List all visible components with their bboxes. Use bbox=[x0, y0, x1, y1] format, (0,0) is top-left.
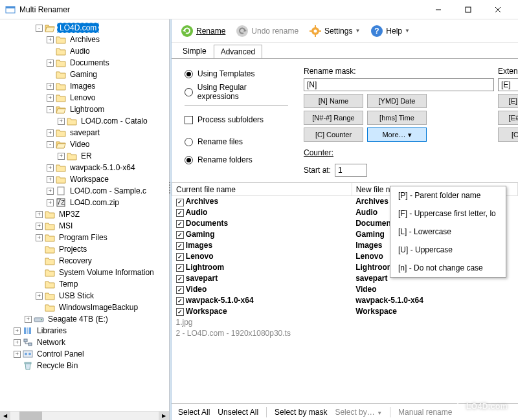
maximize-button[interactable] bbox=[453, 0, 483, 19]
expand-icon[interactable]: + bbox=[36, 234, 43, 241]
tree-item[interactable]: +ER bbox=[0, 150, 169, 162]
tab-simple[interactable]: Simple bbox=[175, 44, 214, 58]
rename-mask-input[interactable] bbox=[304, 78, 494, 91]
extension-input[interactable] bbox=[498, 78, 518, 91]
more-menu-item[interactable]: [P] - Parent folder name bbox=[390, 186, 506, 204]
collapse-icon[interactable]: - bbox=[47, 106, 54, 113]
folder-tree[interactable]: -LO4D.com+ArchivesAudio+DocumentsGaming+… bbox=[0, 19, 169, 411]
help-button[interactable]: ? Help ▼ bbox=[366, 23, 414, 39]
unselect-all-button[interactable]: Unselect All bbox=[218, 408, 258, 417]
expand-icon[interactable]: + bbox=[58, 153, 65, 160]
expand-icon[interactable]: + bbox=[47, 94, 54, 102]
checkbox-icon[interactable]: ✓ bbox=[176, 253, 184, 261]
tree-item[interactable]: +wavpack-5.1.0-x64 bbox=[0, 162, 169, 173]
settings-button[interactable]: Settings ▼ bbox=[305, 23, 364, 39]
tree-item[interactable]: +Documents bbox=[0, 57, 169, 69]
more-menu-item[interactable]: [n] - Do not change case bbox=[390, 259, 506, 277]
tree-item[interactable]: +MP3Z bbox=[0, 208, 169, 220]
btn-n-range[interactable]: [N#-#] Range bbox=[304, 111, 363, 125]
tree-item[interactable]: +USB Stick bbox=[0, 290, 169, 302]
expand-icon[interactable]: + bbox=[47, 164, 54, 171]
checkbox-icon[interactable]: ✓ bbox=[176, 286, 184, 294]
tree-item[interactable]: System Volume Information bbox=[0, 267, 169, 278]
expand-icon[interactable]: + bbox=[47, 188, 54, 195]
expand-icon[interactable]: + bbox=[36, 223, 43, 230]
tree-item[interactable]: WindowsImageBackup bbox=[0, 302, 169, 313]
tree-item[interactable]: +7zLO4D.com.zip bbox=[0, 197, 169, 208]
expand-icon[interactable]: + bbox=[36, 293, 43, 300]
checkbox-icon[interactable]: ✓ bbox=[176, 275, 184, 283]
select-by-mask-button[interactable]: Select by mask bbox=[275, 408, 327, 417]
expand-icon[interactable]: + bbox=[47, 83, 54, 90]
tree-item[interactable]: Gaming bbox=[0, 69, 169, 80]
collapse-icon[interactable]: - bbox=[36, 25, 43, 32]
expand-icon[interactable]: + bbox=[47, 199, 54, 206]
tree-item[interactable]: +MSI bbox=[0, 220, 169, 232]
checkbox-process-subfolders[interactable]: Process subfolders bbox=[185, 113, 288, 127]
tree-item[interactable]: Projects bbox=[0, 243, 169, 255]
more-menu-item[interactable]: [U] - Uppercase bbox=[390, 241, 506, 259]
radio-rename-files[interactable]: Rename files bbox=[185, 135, 288, 149]
tree-item[interactable]: +LO4D.com - Sample.c bbox=[0, 185, 169, 197]
tree-item[interactable]: +Archives bbox=[0, 34, 169, 45]
checkbox-icon[interactable]: ✓ bbox=[176, 297, 184, 305]
col-current[interactable]: Current file name bbox=[172, 183, 352, 196]
expand-icon[interactable]: + bbox=[47, 129, 54, 137]
tree-item[interactable]: +Seagate 4TB (E:) bbox=[0, 313, 169, 325]
checkbox-icon[interactable]: ✓ bbox=[176, 264, 184, 272]
checkbox-icon[interactable]: ✓ bbox=[176, 231, 184, 239]
table-row[interactable]: ✓ WorkspaceWorkspace bbox=[172, 306, 518, 317]
checkbox-icon[interactable]: ✓ bbox=[176, 209, 184, 217]
tree-item[interactable]: +Images bbox=[0, 80, 169, 92]
expand-icon[interactable]: + bbox=[47, 36, 54, 43]
rename-button[interactable]: Rename bbox=[177, 23, 229, 39]
tree-item[interactable]: Temp bbox=[0, 278, 169, 290]
tree-item[interactable]: -Video bbox=[0, 138, 169, 150]
tree-item[interactable]: +savepart bbox=[0, 127, 169, 138]
minimize-button[interactable] bbox=[423, 0, 453, 19]
checkbox-icon[interactable]: ✓ bbox=[176, 308, 184, 316]
btn-more[interactable]: More… ▾ bbox=[367, 127, 427, 142]
tree-item[interactable]: +Program Files bbox=[0, 232, 169, 243]
btn-c-counter[interactable]: [C] Counter bbox=[304, 127, 363, 142]
tree-item[interactable]: Audio bbox=[0, 45, 169, 57]
btn-c-counter-ext[interactable]: [C] Counter bbox=[498, 127, 518, 142]
tree-item[interactable]: Recycle Bin bbox=[0, 360, 169, 371]
tree-item[interactable]: +Control Panel bbox=[0, 348, 169, 360]
btn-n-name[interactable]: [N] Name bbox=[304, 94, 363, 108]
select-by-button[interactable]: Select by… ▼ bbox=[335, 408, 382, 417]
table-row[interactable]: ✓ VideoVideo bbox=[172, 284, 518, 295]
btn-e-range[interactable]: [E#-#] Range bbox=[498, 111, 518, 125]
tree-h-scrollbar[interactable]: ◀ ▶ bbox=[0, 411, 169, 420]
radio-using-regex[interactable]: Using Regular expressions bbox=[185, 85, 288, 99]
table-row[interactable]: ✓ wavpack-5.1.0-x64wavpack-5.1.0-x64 bbox=[172, 295, 518, 306]
expand-icon[interactable]: + bbox=[14, 339, 21, 346]
btn-ymd-date[interactable]: [YMD] Date bbox=[367, 94, 427, 108]
select-all-button[interactable]: Select All bbox=[178, 408, 210, 417]
tree-item[interactable]: Recovery bbox=[0, 255, 169, 267]
radio-rename-folders[interactable]: Rename folders bbox=[185, 153, 288, 167]
more-menu-item[interactable]: [F] - Uppercase first letter, lo bbox=[390, 204, 506, 223]
expand-icon[interactable]: + bbox=[47, 60, 54, 67]
expand-icon[interactable]: + bbox=[47, 176, 54, 183]
start-at-input[interactable] bbox=[335, 164, 367, 177]
tree-item[interactable]: -Lightroom bbox=[0, 104, 169, 115]
tree-item[interactable]: +LO4D.com - Catalo bbox=[0, 115, 169, 127]
manual-rename-button[interactable]: Manual rename bbox=[398, 408, 452, 417]
tab-advanced[interactable]: Advanced bbox=[214, 45, 262, 59]
close-button[interactable] bbox=[483, 0, 513, 19]
tree-item[interactable]: +Workspace bbox=[0, 173, 169, 185]
tree-item[interactable]: +Network bbox=[0, 337, 169, 348]
checkbox-icon[interactable]: ✓ bbox=[176, 199, 184, 206]
tree-item[interactable]: +Libraries bbox=[0, 325, 169, 337]
more-menu-item[interactable]: [L] - Lowercase bbox=[390, 223, 506, 241]
tree-item[interactable]: +Lenovo bbox=[0, 92, 169, 104]
expand-icon[interactable]: + bbox=[14, 327, 21, 335]
tree-item[interactable]: -LO4D.com bbox=[0, 22, 169, 34]
expand-icon[interactable]: + bbox=[14, 351, 21, 358]
checkbox-icon[interactable]: ✓ bbox=[176, 220, 184, 228]
collapse-icon[interactable]: - bbox=[47, 141, 54, 148]
undo-rename-button[interactable]: Undo rename bbox=[232, 23, 302, 39]
btn-e-extension[interactable]: [E] Extension bbox=[498, 94, 518, 108]
btn-hms-time[interactable]: [hms] Time bbox=[367, 111, 427, 125]
